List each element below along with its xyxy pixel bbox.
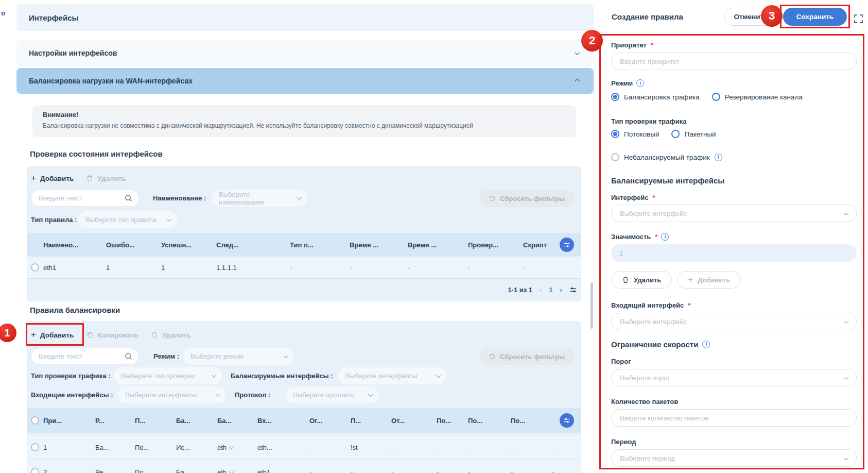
add-button[interactable]: + Добавить xyxy=(31,175,74,182)
chevron-down-icon xyxy=(297,195,302,200)
remove-interface-button[interactable]: Удалить xyxy=(611,271,672,289)
health-check-heading: Проверка состояния интерфейсов xyxy=(30,149,163,158)
balanced-filter-select[interactable]: Выберите интерфейсы xyxy=(338,367,446,384)
table-row[interactable]: eth1 1 1 1.1.1.1 - - - - - xyxy=(27,257,581,279)
balanced-interfaces-section-title: Балансируемые интерфейсы xyxy=(611,176,724,185)
col-header[interactable]: Ошибо... xyxy=(106,241,161,249)
row-radio[interactable] xyxy=(31,468,39,473)
reset-icon xyxy=(489,353,496,360)
col-header[interactable]: Наимено... xyxy=(43,241,106,249)
weight-input[interactable] xyxy=(611,244,857,262)
threshold-select[interactable]: Выберите порог xyxy=(611,369,857,386)
col-header[interactable]: Ба... xyxy=(176,417,217,425)
radio-stream[interactable]: Потоковый xyxy=(611,130,659,138)
delete-button[interactable]: Удалить xyxy=(151,331,190,339)
col-header[interactable]: П... xyxy=(135,417,176,425)
col-header[interactable]: Р... xyxy=(95,417,135,425)
col-header[interactable]: Время ... xyxy=(350,241,408,249)
search-input[interactable]: Введите текст xyxy=(31,190,139,207)
clipped-sidebar-text: o xyxy=(1,9,8,17)
page-title-bar: Интерфейсы xyxy=(16,4,594,31)
drawer-title: Создание правила xyxy=(612,12,683,21)
section-wan-load-balancing[interactable]: Балансировка нагрузки на WAN-интерфейсах xyxy=(16,68,594,94)
radio-selected-icon xyxy=(611,93,619,101)
col-header[interactable]: При... xyxy=(43,417,95,425)
packets-input[interactable] xyxy=(611,409,857,427)
select-all-radio[interactable] xyxy=(31,416,39,425)
balancing-rules-panel: + Добавить Копировать Удалить Введите те… xyxy=(27,321,581,473)
column-settings-button[interactable] xyxy=(560,413,574,428)
radio-packet[interactable]: Пакетный xyxy=(671,130,716,138)
add-interface-button[interactable]: + Добавить xyxy=(677,271,741,289)
delete-button[interactable]: Удалить xyxy=(86,175,126,182)
check-type-filter-select[interactable]: Выберите тип проверки xyxy=(114,367,222,384)
fullscreen-icon[interactable] xyxy=(854,14,864,24)
info-icon[interactable]: i xyxy=(715,154,722,161)
radio-icon xyxy=(611,153,619,161)
col-header[interactable]: Скрипт xyxy=(523,241,552,249)
incoming-filter-select[interactable]: Выберите интерфейсы xyxy=(118,386,226,403)
table-row[interactable]: 1 Ба... По... Ис... eth eth... - !st - -… xyxy=(27,436,581,459)
trash-icon xyxy=(151,331,158,339)
section-label: Балансировка нагрузки на WAN-интерфейсах xyxy=(29,77,193,85)
expandable-cell[interactable]: eth xyxy=(217,468,257,473)
save-button[interactable]: Сохранить xyxy=(783,8,847,26)
trash-icon xyxy=(86,175,93,182)
info-icon[interactable]: i xyxy=(636,79,644,87)
col-header[interactable]: Вх... xyxy=(257,417,309,425)
incoming-interface-select[interactable]: Выберите интерфейс xyxy=(611,313,857,330)
priority-input[interactable] xyxy=(611,53,857,70)
radio-channel-reservation[interactable]: Резервирование канала xyxy=(712,93,803,101)
protocol-filter-select[interactable]: Выберите протокол xyxy=(286,386,378,403)
search-input[interactable]: Введите текст xyxy=(31,348,139,365)
col-header[interactable]: Успешн... xyxy=(161,241,216,249)
chevron-down-icon xyxy=(844,375,849,380)
col-header[interactable]: Время ... xyxy=(408,241,468,249)
radio-icon xyxy=(671,130,680,138)
copy-button[interactable]: Копировать xyxy=(86,331,138,339)
search-icon xyxy=(125,352,132,360)
name-filter-select[interactable]: Выберите наименование xyxy=(212,190,307,207)
rule-type-filter-select[interactable]: Выберите тип правила xyxy=(78,211,177,228)
column-settings-button[interactable] xyxy=(560,238,574,252)
current-page[interactable]: 1 xyxy=(549,286,552,294)
plus-icon: + xyxy=(688,276,693,283)
next-page-icon[interactable]: › xyxy=(560,286,562,294)
pagination-range: 1-1 из 1 xyxy=(508,286,532,294)
prev-page-icon[interactable]: ‹ xyxy=(540,286,542,294)
info-icon[interactable]: i xyxy=(661,233,669,241)
interface-select[interactable]: Выберите интерфейс xyxy=(611,205,857,222)
add-rule-button[interactable]: + Добавить xyxy=(31,331,74,339)
mode-filter-select[interactable]: Выберите режим xyxy=(183,348,294,365)
col-header[interactable]: Тип п... xyxy=(290,241,350,249)
search-icon xyxy=(125,194,132,202)
reset-filters-button[interactable]: Сбросить фильтры xyxy=(479,190,574,207)
scrollbar-thumb[interactable] xyxy=(591,282,593,329)
col-header[interactable]: П... xyxy=(351,417,391,425)
radio-unbalanced-traffic[interactable]: Небалансируемый трафик i xyxy=(611,153,722,161)
expandable-cell[interactable]: eth xyxy=(217,444,257,451)
search-placeholder: Введите текст xyxy=(39,352,82,360)
info-icon[interactable]: i xyxy=(702,341,710,348)
col-header[interactable]: От... xyxy=(391,417,437,425)
reset-filters-button[interactable]: Сбросить фильтры xyxy=(479,348,574,365)
weight-label: Значимость*i xyxy=(611,233,669,241)
section-interface-settings[interactable]: Настройки интерфейсов xyxy=(16,40,594,66)
col-header[interactable]: След... xyxy=(216,241,290,249)
annotation-step-2: 2 xyxy=(581,30,603,52)
radio-selected-icon xyxy=(611,130,619,138)
period-select[interactable]: Выберите период xyxy=(611,449,857,467)
sliders-icon xyxy=(563,417,570,424)
row-radio[interactable] xyxy=(31,263,39,272)
screen: o Интерфейсы Настройки интерфейсов Балан… xyxy=(0,0,868,473)
col-header[interactable]: По... xyxy=(511,417,552,425)
col-header[interactable]: Ба... xyxy=(217,417,257,425)
radio-traffic-balancing[interactable]: Балансировка трафика xyxy=(611,93,700,101)
col-header[interactable]: Ог... xyxy=(309,417,351,425)
col-header[interactable]: Провер... xyxy=(468,241,523,249)
table-settings-button[interactable] xyxy=(569,286,577,294)
table-row[interactable]: 2 Ре... По... Ба... eth eth1 - - - - - -… xyxy=(27,461,581,473)
col-header[interactable]: По... xyxy=(468,417,511,425)
row-radio[interactable] xyxy=(31,443,39,451)
col-header[interactable]: По... xyxy=(437,417,468,425)
